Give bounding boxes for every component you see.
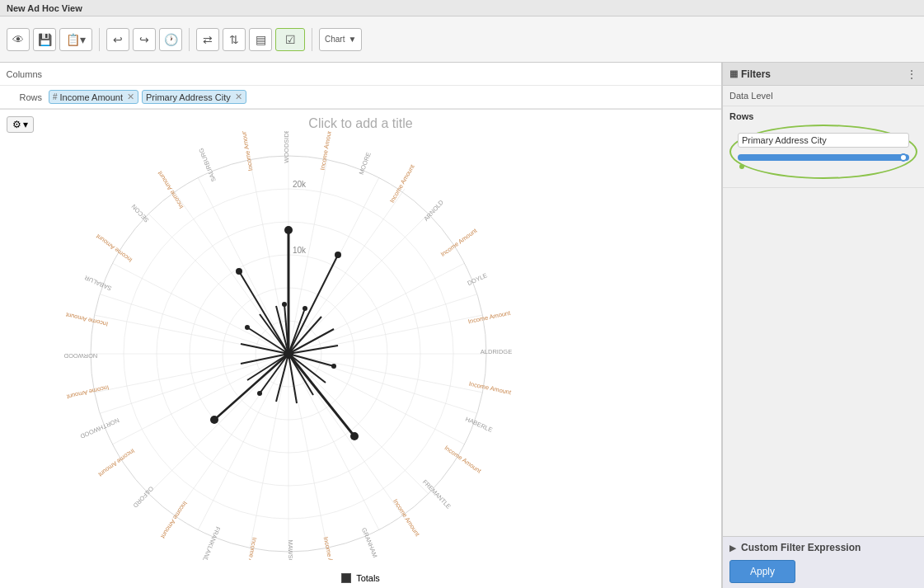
svg-text:FRANKLAND: FRANKLAND [200, 525, 222, 560]
svg-text:O&FORD: O&FORD [131, 485, 155, 510]
svg-text:Income Amount: Income Amount [388, 162, 416, 204]
filters-options-button[interactable]: ⋮ [906, 68, 917, 81]
svg-text:20k: 20k [293, 180, 307, 189]
rows-filter-section: Rows Primary Address City [723, 106, 924, 188]
svg-line-30 [288, 354, 465, 445]
apply-button[interactable]: Apply [729, 560, 795, 583]
svg-line-3 [288, 354, 476, 413]
svg-text:MAWSON LANES: MAWSON LANES [287, 540, 294, 560]
chart-title[interactable]: Click to add a title [308, 116, 412, 131]
svg-text:NORTHWOOD: NORTHWOOD [79, 416, 121, 440]
view-button[interactable]: 👁 [7, 28, 30, 51]
export-button[interactable]: 📋▾ [59, 28, 92, 51]
svg-text:SABALUR: SABALUR [83, 274, 113, 293]
primary-address-filter[interactable]: Primary Address City [738, 133, 909, 148]
rows-filter-label: Rows [729, 111, 917, 121]
data-level-row: Data Level [723, 86, 924, 106]
svg-text:Income Amount: Income Amount [468, 380, 513, 397]
chart-type-dropdown[interactable]: Chart ▼ [319, 28, 362, 51]
svg-line-21 [288, 354, 327, 548]
filter-dot [739, 164, 744, 169]
svg-text:NORWOOD: NORWOOD [63, 352, 97, 360]
filters-title: Filters [741, 68, 771, 80]
svg-point-68 [303, 306, 307, 311]
svg-point-69 [331, 364, 336, 369]
svg-line-26 [288, 354, 379, 530]
layout-button[interactable]: ▤ [249, 28, 272, 51]
undo-button[interactable]: ↩ [106, 28, 129, 51]
svg-text:Income Amount: Income Amount [156, 169, 185, 210]
svg-line-8 [101, 294, 288, 354]
custom-filter-toggle-icon: ▶ [729, 543, 736, 553]
switch-view-button[interactable]: ⇄ [196, 28, 219, 51]
custom-filter-section: ▶ Custom Filter Expression Apply [723, 536, 924, 588]
income-amount-tag[interactable]: # Income Amount ✕ [49, 90, 138, 104]
svg-text:Income Amount: Income Amount [65, 383, 110, 401]
data-level-label: Data Level [729, 91, 773, 101]
svg-text:Income Amount: Income Amount [443, 444, 484, 475]
filter-slider[interactable] [738, 154, 909, 161]
check-button[interactable]: ☑ [275, 28, 305, 51]
filters-header: ▦ Filters ⋮ [723, 63, 924, 86]
radar-svg: 20k 10k [0, 131, 577, 560]
svg-text:Income Amount: Income Amount [467, 309, 512, 326]
title-bar: New Ad Hoc View [0, 0, 924, 16]
primary-address-tag[interactable]: Primary Address City ✕ [142, 90, 246, 104]
filter-highlight-area: Primary Address City [729, 125, 917, 179]
svg-point-64 [210, 416, 218, 424]
svg-line-6 [101, 354, 288, 413]
columns-row: Columns [0, 63, 721, 86]
title-text: New Ad Hoc View [7, 3, 82, 13]
chart-container: ⚙ ▾ Click to add a title [0, 110, 721, 588]
svg-text:HABERLE: HABERLE [464, 415, 494, 433]
svg-text:WOODSIDE: WOODSIDE [283, 131, 290, 163]
primary-address-tag-close[interactable]: ✕ [235, 92, 242, 102]
filters-spacer [723, 188, 924, 536]
custom-filter-header[interactable]: ▶ Custom Filter Expression [729, 542, 917, 553]
svg-text:Income Amount: Income Amount [319, 131, 334, 171]
svg-point-66 [236, 268, 242, 275]
filter-slider-handle[interactable] [899, 153, 908, 162]
toolbar-separator-3 [312, 28, 312, 51]
chart-type-label: Chart [325, 35, 345, 44]
primary-address-filter-label: Primary Address City [742, 135, 827, 145]
svg-text:Income Amount: Income Amount [243, 537, 258, 560]
filter-slider-container [738, 153, 909, 171]
svg-text:MOORE: MOORE [358, 151, 373, 176]
income-tag-label: Income Amount [60, 92, 123, 102]
svg-text:Income Amount: Income Amount [159, 500, 189, 540]
rows-label: Rows [3, 92, 49, 102]
svg-line-2 [288, 189, 405, 354]
toolbar-separator-1 [99, 28, 100, 51]
svg-text:FREMANTLE: FREMANTLE [421, 478, 453, 510]
svg-text:10k: 10k [293, 246, 307, 255]
svg-point-71 [245, 325, 250, 330]
svg-point-65 [335, 252, 341, 258]
svg-line-1 [288, 294, 476, 354]
gear-dropdown-arrow: ▾ [23, 119, 28, 130]
primary-address-tag-label: Primary Address City [146, 92, 231, 102]
svg-line-27 [198, 354, 288, 530]
columns-label: Columns [3, 69, 49, 79]
svg-point-70 [257, 391, 262, 396]
toolbar: 👁 💾 📋▾ ↩ ↪ 🕐 ⇄ ⇅ ▤ ☑ Chart ▼ [0, 16, 924, 63]
toolbar-separator-2 [189, 28, 190, 51]
history-button[interactable]: 🕐 [159, 28, 182, 51]
save-button[interactable]: 💾 [33, 28, 56, 51]
radar-chart: 20k 10k [0, 131, 721, 568]
svg-text:Income Amount: Income Amount [239, 131, 254, 172]
legend-label: Totals [356, 573, 380, 583]
rows-tags: # Income Amount ✕ Primary Address City ✕ [49, 90, 718, 104]
svg-line-25 [198, 177, 288, 354]
sort-button[interactable]: ⇅ [223, 28, 246, 51]
svg-text:ALDRIDGE: ALDRIDGE [481, 348, 512, 355]
chart-legend: Totals [336, 568, 385, 588]
svg-line-31 [112, 354, 288, 445]
redo-button[interactable]: ↪ [133, 28, 156, 51]
gear-icon: ⚙ [12, 119, 21, 130]
income-tag-close[interactable]: ✕ [127, 92, 134, 102]
legend-color-box [341, 573, 351, 583]
gear-button[interactable]: ⚙ ▾ [7, 116, 34, 133]
svg-line-22 [250, 159, 288, 354]
filters-header-title: ▦ Filters [729, 68, 771, 80]
